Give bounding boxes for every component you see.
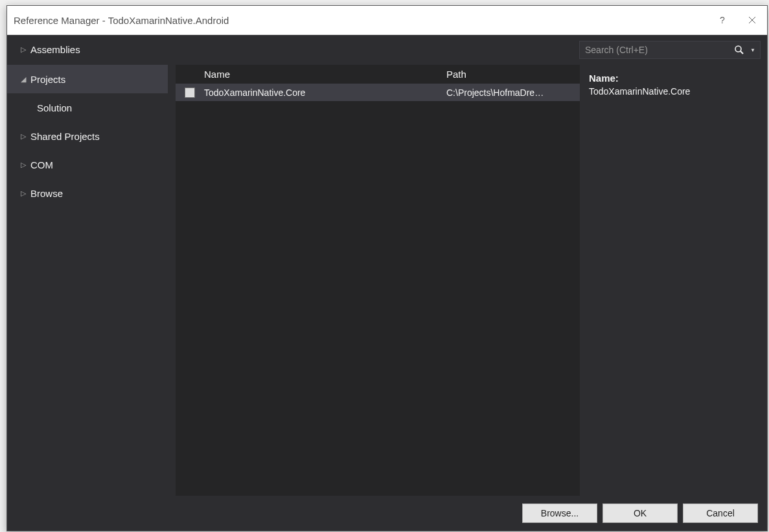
row-path: C:\Projects\HofmaDre…	[442, 87, 580, 98]
sidebar-item-assemblies[interactable]: ▷ Assemblies	[7, 35, 166, 64]
dialog-body: ▷ Assemblies ▼	[7, 35, 767, 531]
sidebar-label: Projects	[30, 74, 65, 85]
svg-point-2	[735, 46, 741, 52]
chevron-right-icon: ▷	[19, 132, 28, 141]
chevron-right-icon: ▷	[19, 189, 28, 198]
details-name-value: TodoXamarinNative.Core	[589, 86, 761, 97]
help-button[interactable]: ?	[707, 6, 737, 35]
svg-line-3	[740, 51, 743, 54]
search-input[interactable]	[584, 44, 733, 56]
titlebar: Reference Manager - TodoXamarinNative.An…	[7, 6, 767, 35]
search-box[interactable]: ▼	[579, 41, 761, 59]
sidebar-label: Browse	[30, 188, 63, 199]
column-header-path[interactable]: Path	[442, 69, 580, 80]
columns-header: Name Path	[176, 65, 580, 84]
sidebar-item-com[interactable]: ▷ COM	[7, 150, 168, 179]
titlebar-controls: ?	[707, 6, 767, 35]
column-header-name[interactable]: Name	[204, 69, 442, 80]
chevron-down-icon: ◢	[19, 75, 28, 84]
top-strip: ▷ Assemblies ▼	[7, 35, 767, 65]
ok-button[interactable]: OK	[603, 503, 678, 523]
window-title: Reference Manager - TodoXamarinNative.An…	[14, 15, 707, 26]
search-icon[interactable]	[733, 45, 746, 55]
browse-button[interactable]: Browse...	[522, 503, 597, 523]
close-button[interactable]	[737, 6, 767, 35]
details-panel: Name: TodoXamarinNative.Core	[582, 65, 767, 496]
sidebar-subitem-solution[interactable]: Solution	[7, 93, 168, 122]
help-icon: ?	[720, 15, 725, 25]
sidebar-label: COM	[30, 159, 53, 170]
cancel-button[interactable]: Cancel	[683, 503, 758, 523]
main-area: ◢ Projects Solution ▷ Shared Projects ▷ …	[7, 65, 767, 496]
sidebar-item-projects[interactable]: ◢ Projects	[7, 65, 168, 93]
reference-manager-dialog: Reference Manager - TodoXamarinNative.An…	[6, 5, 768, 531]
sidebar-item-browse[interactable]: ▷ Browse	[7, 179, 168, 207]
sidebar: ◢ Projects Solution ▷ Shared Projects ▷ …	[7, 65, 168, 496]
reference-list: Name Path TodoXamarinNative.Core C:\Proj…	[176, 65, 580, 496]
table-row[interactable]: TodoXamarinNative.Core C:\Projects\Hofma…	[176, 84, 580, 101]
sidebar-label: Shared Projects	[30, 131, 100, 142]
row-name: TodoXamarinNative.Core	[204, 87, 442, 98]
footer: Browse... OK Cancel	[7, 496, 767, 531]
close-icon	[748, 16, 756, 24]
sidebar-sub-label: Solution	[37, 102, 72, 113]
details-name-label: Name:	[589, 73, 761, 84]
chevron-right-icon: ▷	[19, 45, 28, 54]
sidebar-item-shared-projects[interactable]: ▷ Shared Projects	[7, 122, 168, 150]
chevron-right-icon: ▷	[19, 161, 28, 169]
row-checkbox[interactable]	[185, 87, 195, 98]
sidebar-label: Assemblies	[30, 44, 80, 55]
search-dropdown-icon[interactable]: ▼	[750, 47, 756, 53]
